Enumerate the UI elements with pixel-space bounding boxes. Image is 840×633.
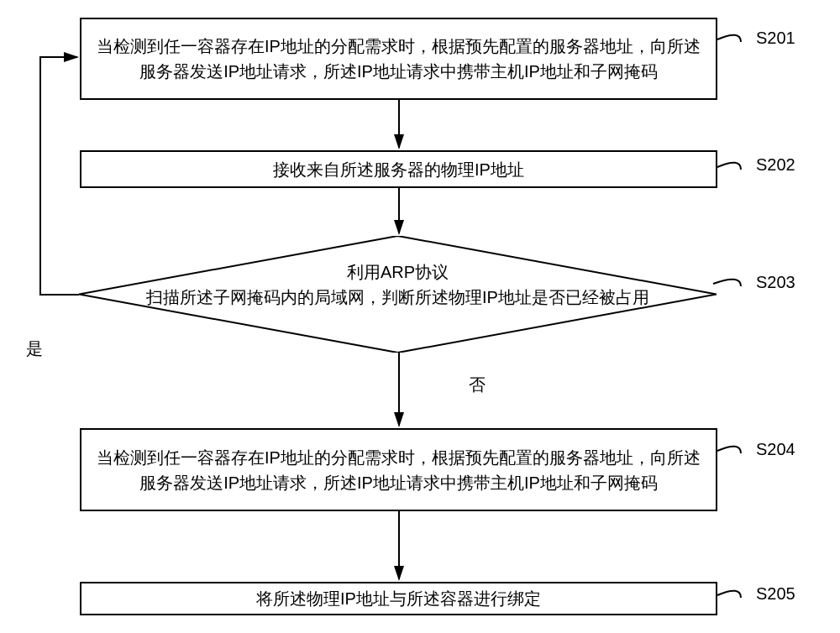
step4-text: 当检测到任一容器存在IP地址的分配需求时，根据预先配置的服务器地址，向所述服务器… — [90, 445, 707, 495]
step1-label: S201 — [756, 29, 795, 48]
step2-box: 接收来自所述服务器的物理IP地址 — [80, 150, 717, 188]
step5-text: 将所述物理IP地址与所述容器进行绑定 — [256, 586, 541, 611]
step3-diamond: 利用ARP协议 扫描所述子网掩码内的局域网，判断所述物理IP地址是否已经被占用 — [79, 236, 717, 353]
step3-text: 利用ARP协议 扫描所述子网掩码内的局域网，判断所述物理IP地址是否已经被占用 — [79, 259, 717, 310]
edge-yes-label: 是 — [26, 337, 43, 360]
step1-text: 当检测到任一容器存在IP地址的分配需求时，根据预先配置的服务器地址，向所述服务器… — [90, 34, 707, 84]
step4-label: S204 — [756, 440, 795, 459]
step3-label: S203 — [756, 273, 795, 292]
step4-box: 当检测到任一容器存在IP地址的分配需求时，根据预先配置的服务器地址，向所述服务器… — [80, 428, 717, 511]
step2-label: S202 — [756, 155, 795, 175]
step5-label: S205 — [756, 584, 795, 604]
step3-line1: 利用ARP协议 — [79, 259, 717, 285]
step3-line2: 扫描所述子网掩码内的局域网，判断所述物理IP地址是否已经被占用 — [79, 285, 717, 310]
step5-box: 将所述物理IP地址与所述容器进行绑定 — [80, 582, 717, 615]
step2-text: 接收来自所述服务器的物理IP地址 — [273, 157, 524, 182]
edge-no-label: 否 — [469, 374, 486, 396]
step1-box: 当检测到任一容器存在IP地址的分配需求时，根据预先配置的服务器地址，向所述服务器… — [80, 18, 717, 100]
